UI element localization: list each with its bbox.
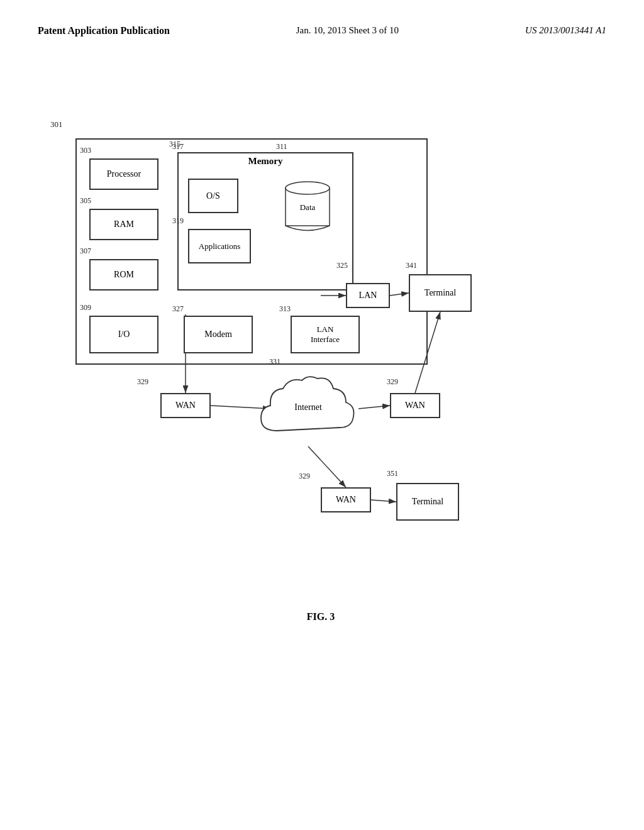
fig-caption: FIG. 3: [38, 611, 604, 622]
page-header: Patent Application Publication Jan. 10, …: [0, 0, 644, 36]
lan-interface-label: LAN Interface: [311, 324, 340, 345]
terminal-341-label: Terminal: [425, 288, 456, 298]
terminal-351-label: Terminal: [412, 497, 443, 507]
svg-line-6: [308, 446, 346, 487]
ram-label: RAM: [114, 219, 134, 230]
rom-box: ROM: [89, 259, 158, 290]
ref-329b: 329: [387, 377, 398, 387]
io-box: I/O: [89, 316, 158, 353]
ref-319: 319: [172, 216, 184, 226]
wan-left-label: WAN: [175, 401, 196, 411]
lan-interface-box: LAN Interface: [291, 316, 360, 353]
ref-327: 327: [172, 304, 184, 314]
ref-305: 305: [80, 196, 91, 206]
ref-311: 311: [276, 142, 287, 152]
ref-351: 351: [387, 469, 398, 479]
ref-309: 309: [80, 303, 91, 313]
wan-bottom-box: WAN: [321, 487, 371, 512]
modem-box: Modem: [184, 316, 253, 353]
os-box: O/S: [188, 179, 238, 213]
svg-line-7: [371, 500, 396, 502]
publication-label: Patent Application Publication: [38, 25, 170, 36]
ref-341: 341: [406, 261, 417, 270]
terminal-341-box: Terminal: [409, 274, 472, 312]
internet-cloud: Internet: [258, 371, 358, 446]
ref-303: 303: [80, 146, 91, 155]
processor-box: Processor: [89, 158, 158, 190]
ref-301: 301: [50, 119, 63, 130]
processor-label: Processor: [107, 169, 141, 179]
sheet-info: Jan. 10, 2013 Sheet 3 of 10: [296, 25, 399, 36]
svg-line-4: [358, 406, 390, 409]
wan-right-label: WAN: [405, 401, 425, 411]
ref-329a: 329: [137, 377, 148, 387]
wan-right-box: WAN: [390, 393, 440, 418]
ref-331: 331: [269, 357, 280, 367]
main-computer-box: Memory O/S Applications Data: [75, 138, 428, 365]
ref-315: 315: [169, 140, 180, 149]
lan-box: LAN: [346, 283, 390, 308]
patent-number: US 2013/0013441 A1: [525, 25, 606, 36]
terminal-351-box: Terminal: [396, 483, 459, 521]
diagram-area: 301 Memory O/S Applications: [38, 101, 604, 698]
memory-box: Memory O/S Applications Data: [177, 152, 353, 290]
modem-label: Modem: [204, 329, 232, 340]
ref-307: 307: [80, 246, 91, 256]
wan-bottom-label: WAN: [336, 495, 356, 505]
svg-text:Data: Data: [300, 202, 316, 212]
rom-label: ROM: [114, 270, 134, 280]
applications-label: Applications: [199, 241, 240, 252]
ref-313: 313: [279, 304, 291, 314]
svg-text:Internet: Internet: [294, 402, 322, 412]
data-cylinder: Data: [282, 179, 333, 235]
os-label: O/S: [206, 191, 220, 201]
memory-title: Memory: [179, 153, 352, 169]
lan-label: LAN: [359, 290, 377, 301]
svg-point-11: [286, 182, 330, 194]
io-label: I/O: [118, 329, 130, 340]
ref-325: 325: [336, 261, 348, 270]
ram-box: RAM: [89, 209, 158, 240]
ref-329c: 329: [299, 472, 310, 481]
wan-left-box: WAN: [160, 393, 211, 418]
applications-box: Applications: [188, 229, 251, 263]
